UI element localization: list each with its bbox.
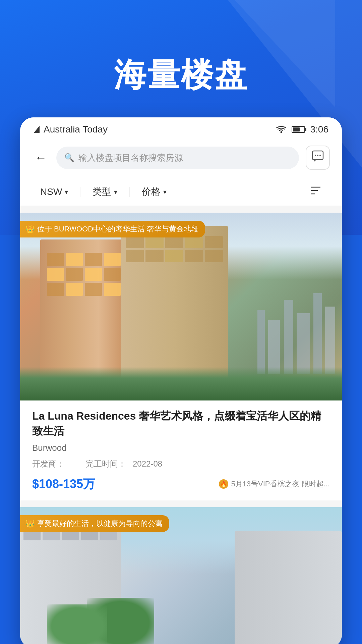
chat-icon	[312, 150, 324, 165]
app-mockup-card: Australia Today 3:06 ← 🔍 输入楼盘项目名称搜索房源	[20, 117, 342, 644]
svg-point-3	[317, 155, 318, 156]
content-area: 👑 位于 BURWOOD中心的奢华生活 奢华与黄金地段 La Luna Resi…	[20, 213, 342, 644]
window	[104, 283, 121, 296]
property-image-1: 👑 位于 BURWOOD中心的奢华生活 奢华与黄金地段	[20, 213, 342, 400]
battery-icon	[292, 126, 305, 133]
tag-text-1: 位于 BURWOOD中心的奢华生活 奢华与黄金地段	[37, 224, 198, 234]
filter-nsw[interactable]: NSW ▾	[34, 186, 80, 197]
property-tag-2: 👑 享受最好的生活，以健康为导向的公寓	[20, 515, 169, 532]
window	[47, 253, 64, 266]
completion-date: 2022-08	[133, 459, 162, 469]
property-location-1: Burwood	[32, 443, 330, 453]
window	[66, 268, 83, 281]
window	[66, 253, 83, 266]
window	[104, 253, 121, 266]
status-bar: Australia Today 3:06	[20, 117, 342, 140]
svg-point-0	[280, 131, 282, 133]
filter-type-arrow: ▾	[114, 188, 117, 196]
back-button[interactable]: ←	[32, 149, 50, 166]
filter-price[interactable]: 价格 ▾	[130, 185, 179, 198]
filter-bar: NSW ▾ 类型 ▾ 价格 ▾	[20, 178, 342, 206]
property-promo-1: 🔥 5月13号VIP香槟之夜 限时超...	[219, 479, 330, 489]
filter-price-arrow: ▾	[163, 188, 167, 196]
meta-divider	[71, 459, 79, 469]
window	[85, 283, 102, 296]
battery-fill	[293, 127, 300, 131]
property-card-2[interactable]: 👑 享受最好的生活，以健康为导向的公寓	[20, 507, 342, 644]
window	[47, 268, 64, 281]
search-area: ← 🔍 输入楼盘项目名称搜索房源	[20, 140, 342, 178]
filter-nsw-arrow: ▾	[65, 188, 68, 196]
tag-text-2: 享受最好的生活，以健康为导向的公寓	[37, 519, 163, 529]
property-image-bg-1	[20, 213, 342, 400]
filter-type[interactable]: 类型 ▾	[80, 185, 129, 198]
skyline	[215, 280, 342, 374]
status-bar-right: 3:06	[276, 124, 329, 135]
window	[85, 268, 102, 281]
filter-price-label: 价格	[142, 185, 161, 198]
img2-building-right	[235, 531, 342, 644]
property-info-1: La Luna Residences 奢华艺术风格，点缀着宝活华人区的精致生活 …	[20, 400, 342, 500]
property-title-1: La Luna Residences 奢华艺术风格，点缀着宝活华人区的精致生活	[32, 409, 330, 439]
status-time: 3:06	[310, 124, 329, 135]
sort-button[interactable]	[310, 184, 328, 199]
crown-icon-2: 👑	[25, 519, 35, 528]
filter-type-label: 类型	[93, 185, 111, 198]
property-price-1: $108-135万	[32, 476, 95, 492]
window	[47, 283, 64, 296]
developer-label: 开发商：	[32, 459, 64, 469]
crown-icon: 👑	[25, 225, 35, 233]
filter-nsw-label: NSW	[40, 186, 62, 197]
promo-text: 5月13号VIP香槟之夜 限时超...	[231, 479, 330, 489]
back-arrow-icon: ←	[35, 151, 47, 165]
signal-icon	[34, 126, 40, 133]
property-tag-1: 👑 位于 BURWOOD中心的奢华生活 奢华与黄金地段	[20, 221, 205, 237]
hero-section: 海量楼盘	[0, 0, 362, 117]
window	[85, 253, 102, 266]
chat-button[interactable]	[306, 146, 330, 170]
trees	[20, 367, 342, 400]
search-placeholder: 输入楼盘项目名称搜索房源	[78, 152, 183, 164]
search-icon: 🔍	[64, 153, 74, 162]
property-bottom-1: $108-135万 🔥 5月13号VIP香槟之夜 限时超...	[32, 476, 330, 492]
wifi-icon	[276, 126, 286, 133]
app-name: Australia Today	[44, 124, 108, 135]
svg-point-2	[315, 155, 316, 156]
property-image-bg-2: 👑 享受最好的生活，以健康为导向的公寓	[20, 507, 342, 644]
completion-label: 完工时间：	[86, 459, 126, 469]
tree-2	[47, 604, 107, 644]
window	[66, 283, 83, 296]
property-card-1[interactable]: 👑 位于 BURWOOD中心的奢华生活 奢华与黄金地段 La Luna Resi…	[20, 213, 342, 500]
status-bar-left: Australia Today	[34, 124, 276, 135]
promo-icon: 🔥	[219, 479, 228, 489]
window	[104, 268, 121, 281]
property-meta-1: 开发商： 完工时间： 2022-08	[32, 459, 330, 469]
svg-point-4	[319, 155, 321, 156]
hero-title: 海量楼盘	[0, 54, 362, 97]
search-bar[interactable]: 🔍 输入楼盘项目名称搜索房源	[56, 147, 299, 169]
